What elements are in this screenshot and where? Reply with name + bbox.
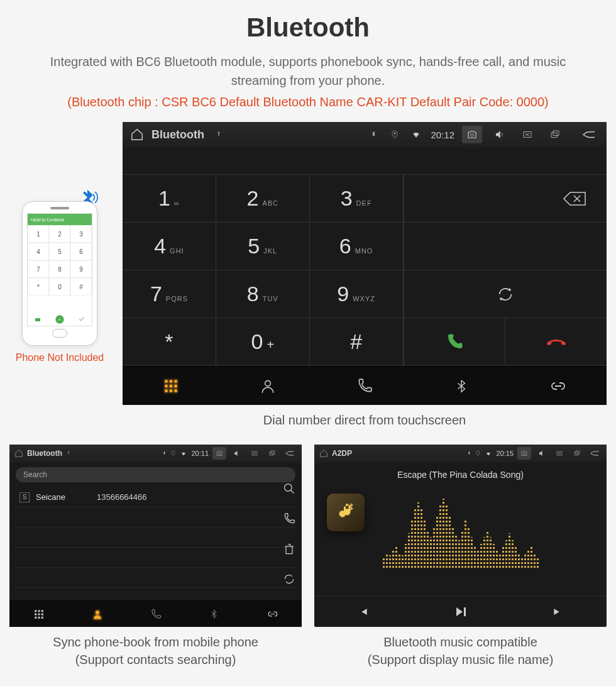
nav-dialpad[interactable]: [9, 601, 68, 627]
svg-rect-7: [165, 380, 167, 382]
svg-rect-10: [165, 384, 167, 387]
nav-recent[interactable]: [126, 601, 185, 627]
key-2[interactable]: 2ABC: [216, 175, 310, 223]
page-title: Bluetooth: [9, 13, 607, 43]
prev-track-button[interactable]: [356, 606, 369, 618]
svg-rect-19: [270, 452, 273, 455]
back-button[interactable]: [283, 447, 297, 460]
svg-rect-5: [551, 133, 557, 138]
app-title: Bluetooth: [27, 449, 62, 458]
search-input[interactable]: Search: [16, 467, 295, 482]
key-9[interactable]: 9WXYZ: [310, 270, 404, 318]
key-7[interactable]: 7PQRS: [123, 270, 216, 318]
key-1[interactable]: 1∞: [123, 175, 216, 223]
next-track-button[interactable]: [552, 606, 564, 618]
music-screen: A2DP 20:15 Escape (The Pina Colada Song): [314, 445, 607, 627]
svg-rect-25: [35, 613, 36, 615]
delete-icon[interactable]: [283, 543, 295, 555]
page-subtitle: Integrated with BC6 Bluetooth module, su…: [9, 52, 607, 90]
contact-number: 13566664466: [97, 492, 147, 502]
volume-button[interactable]: [490, 126, 510, 143]
svg-rect-27: [41, 613, 43, 615]
bluetooth-status-icon: [466, 450, 471, 456]
svg-point-3: [471, 134, 474, 137]
phone-mockup: + Add to Contacts 123 456 789 *0#: [22, 201, 97, 346]
recent-apps-button[interactable]: [545, 126, 565, 143]
close-button[interactable]: [517, 126, 537, 143]
key-hash[interactable]: #: [310, 318, 404, 366]
clock: 20:11: [191, 450, 209, 457]
nav-recent[interactable]: [316, 367, 413, 405]
nav-contacts[interactable]: [68, 601, 126, 627]
svg-point-21: [285, 484, 292, 492]
wifi-icon: [409, 128, 423, 141]
screenshot-button[interactable]: [462, 126, 482, 143]
home-icon[interactable]: [130, 128, 144, 141]
nav-dialpad[interactable]: [123, 367, 219, 405]
sync-icon[interactable]: [283, 573, 295, 585]
nav-pair[interactable]: [510, 367, 607, 405]
back-button[interactable]: [588, 447, 602, 460]
bluetooth-status-icon: [162, 450, 167, 456]
nav-bluetooth[interactable]: [185, 601, 243, 627]
svg-rect-13: [165, 389, 167, 392]
hangup-button[interactable]: [505, 318, 607, 365]
search-icon[interactable]: [283, 482, 295, 495]
key-6[interactable]: 6MNO: [310, 223, 404, 270]
key-3[interactable]: 3DEF: [310, 175, 404, 223]
svg-rect-30: [41, 616, 43, 618]
close-button[interactable]: [248, 447, 261, 460]
contact-row[interactable]: S Seicane 13566664466: [16, 487, 295, 507]
recent-apps-button[interactable]: [570, 447, 584, 460]
screenshot-button[interactable]: [517, 447, 531, 460]
volume-button[interactable]: [230, 447, 244, 460]
dial-display: [123, 147, 607, 175]
call-button[interactable]: [404, 318, 505, 365]
wifi-icon: [180, 451, 187, 456]
key-0[interactable]: 0+: [216, 318, 310, 366]
svg-rect-14: [170, 389, 172, 392]
home-icon[interactable]: [14, 449, 23, 458]
svg-rect-9: [174, 380, 177, 382]
key-4[interactable]: 4GHI: [123, 223, 216, 270]
screenshot-button[interactable]: [212, 447, 226, 460]
usb-icon: [66, 450, 71, 456]
play-pause-button[interactable]: [453, 604, 468, 619]
close-button[interactable]: [553, 447, 566, 460]
volume-button[interactable]: [535, 447, 549, 460]
refresh-button[interactable]: [404, 270, 607, 318]
svg-rect-34: [575, 452, 578, 455]
svg-rect-29: [38, 616, 40, 618]
back-button[interactable]: [579, 126, 599, 143]
bottom-nav: [123, 366, 607, 405]
bluetooth-status-icon: [366, 128, 380, 141]
backspace-button[interactable]: [404, 175, 607, 222]
dialer-screen: Bluetooth 20:12 1∞: [123, 122, 607, 405]
svg-rect-0: [35, 318, 40, 321]
home-icon[interactable]: [319, 449, 328, 458]
nav-bluetooth[interactable]: [413, 367, 510, 405]
dialpad: 1∞ 2ABC 3DEF 4GHI 5JKL 6MNO 7PQRS 8TUV 9…: [123, 175, 404, 366]
svg-point-16: [265, 380, 271, 386]
nav-contacts[interactable]: [219, 367, 316, 405]
svg-rect-6: [553, 131, 559, 136]
call-icon[interactable]: [283, 512, 295, 525]
phone-caption: Phone Not Included: [16, 352, 104, 363]
app-title: Bluetooth: [151, 128, 204, 141]
svg-point-31: [96, 611, 99, 614]
wifi-icon: [485, 451, 492, 456]
svg-rect-8: [170, 380, 172, 382]
music-caption: Bluetooth music compatible (Support disp…: [314, 633, 607, 668]
svg-rect-24: [41, 610, 43, 612]
location-icon: [388, 128, 402, 141]
dialer-caption: Dial number direct from touchscreen: [123, 411, 607, 429]
nav-pair[interactable]: [243, 601, 302, 627]
usb-icon: [212, 128, 226, 141]
recent-apps-button[interactable]: [265, 447, 279, 460]
svg-rect-11: [170, 384, 172, 387]
key-5[interactable]: 5JKL: [216, 223, 310, 270]
key-8[interactable]: 8TUV: [216, 270, 310, 318]
svg-point-32: [524, 453, 525, 455]
svg-rect-28: [35, 616, 36, 618]
key-star[interactable]: *: [123, 318, 216, 366]
